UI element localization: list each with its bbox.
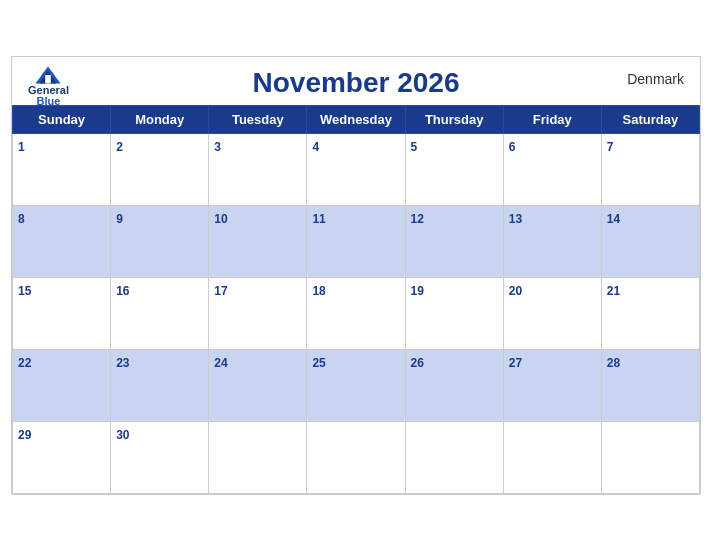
table-row: 22232425262728 [13,349,700,421]
calendar-title: November 2026 [252,67,459,99]
day-number: 13 [509,212,522,226]
day-number: 23 [116,356,129,370]
calendar-cell: 9 [111,205,209,277]
day-number: 27 [509,356,522,370]
calendar-cell: 21 [601,277,699,349]
day-number: 29 [18,428,31,442]
calendar-cell: 4 [307,133,405,205]
logo-icon [34,65,62,85]
day-number: 18 [312,284,325,298]
day-number: 2 [116,140,123,154]
weekday-header-row: Sunday Monday Tuesday Wednesday Thursday… [13,105,700,133]
table-row: 15161718192021 [13,277,700,349]
logo-general-text: General [28,85,69,96]
calendar-cell: 24 [209,349,307,421]
calendar-cell [503,421,601,493]
calendar-cell: 8 [13,205,111,277]
weekday-sunday: Sunday [13,105,111,133]
day-number: 6 [509,140,516,154]
table-row: 2930 [13,421,700,493]
calendar-cell: 10 [209,205,307,277]
day-number: 3 [214,140,221,154]
day-number: 12 [411,212,424,226]
logo-blue-text: Blue [37,96,61,107]
table-row: 1234567 [13,133,700,205]
weekday-tuesday: Tuesday [209,105,307,133]
day-number: 21 [607,284,620,298]
calendar-cell [601,421,699,493]
weekday-thursday: Thursday [405,105,503,133]
weekday-monday: Monday [111,105,209,133]
calendar-header: General Blue November 2026 Denmark [12,57,700,105]
calendar-cell: 25 [307,349,405,421]
day-number: 10 [214,212,227,226]
calendar-grid: Sunday Monday Tuesday Wednesday Thursday… [12,105,700,494]
calendar-cell: 19 [405,277,503,349]
day-number: 17 [214,284,227,298]
calendar-cell: 14 [601,205,699,277]
calendar-cell: 12 [405,205,503,277]
day-number: 14 [607,212,620,226]
table-row: 891011121314 [13,205,700,277]
calendar-cell: 2 [111,133,209,205]
calendar-cell: 7 [601,133,699,205]
day-number: 11 [312,212,325,226]
calendar-cell: 22 [13,349,111,421]
weekday-friday: Friday [503,105,601,133]
day-number: 22 [18,356,31,370]
calendar-cell: 6 [503,133,601,205]
day-number: 16 [116,284,129,298]
calendar-cell: 23 [111,349,209,421]
day-number: 1 [18,140,25,154]
day-number: 20 [509,284,522,298]
day-number: 28 [607,356,620,370]
calendar-cell: 20 [503,277,601,349]
weekday-saturday: Saturday [601,105,699,133]
day-number: 9 [116,212,123,226]
calendar-cell [209,421,307,493]
calendar-cell [307,421,405,493]
logo-area: General Blue [28,65,69,107]
calendar-container: General Blue November 2026 Denmark Sunda… [11,56,701,495]
calendar-cell: 28 [601,349,699,421]
day-number: 8 [18,212,25,226]
day-number: 15 [18,284,31,298]
calendar-cell: 13 [503,205,601,277]
day-number: 5 [411,140,418,154]
calendar-cell [405,421,503,493]
calendar-cell: 26 [405,349,503,421]
calendar-cell: 5 [405,133,503,205]
calendar-cell: 17 [209,277,307,349]
day-number: 19 [411,284,424,298]
day-number: 26 [411,356,424,370]
country-label: Denmark [627,71,684,87]
weekday-wednesday: Wednesday [307,105,405,133]
day-number: 7 [607,140,614,154]
calendar-cell: 1 [13,133,111,205]
calendar-cell: 30 [111,421,209,493]
day-number: 24 [214,356,227,370]
calendar-cell: 18 [307,277,405,349]
calendar-cell: 27 [503,349,601,421]
calendar-cell: 3 [209,133,307,205]
day-number: 30 [116,428,129,442]
calendar-cell: 16 [111,277,209,349]
svg-rect-2 [46,75,52,83]
calendar-cell: 15 [13,277,111,349]
day-number: 4 [312,140,319,154]
calendar-cell: 11 [307,205,405,277]
calendar-cell: 29 [13,421,111,493]
day-number: 25 [312,356,325,370]
